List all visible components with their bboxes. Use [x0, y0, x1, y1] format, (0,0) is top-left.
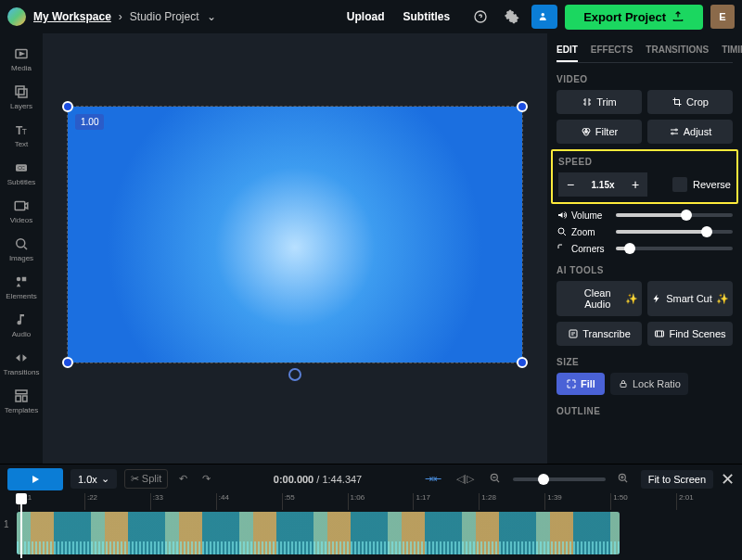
sidebar-item-text[interactable]: TTText — [0, 117, 43, 153]
subtitles-link[interactable]: Subtitles — [403, 10, 450, 23]
help-icon[interactable] — [468, 5, 493, 29]
header-bar: My Workspace › Studio Project ⌄ Upload S… — [0, 0, 742, 33]
svg-rect-15 — [23, 396, 28, 401]
svg-rect-24 — [620, 384, 626, 388]
svg-point-19 — [675, 129, 677, 131]
svg-rect-12 — [22, 277, 27, 282]
sidebar-item-subtitles[interactable]: CCSubtitles — [0, 155, 43, 191]
user-avatar[interactable]: E — [710, 5, 735, 29]
svg-point-11 — [17, 277, 21, 282]
panel-tabs: EDIT EFFECTS TRANSITIONS TIMING — [556, 41, 733, 63]
resize-handle-bl[interactable] — [62, 357, 73, 368]
speed-increase-button[interactable]: + — [623, 172, 647, 197]
filter-button[interactable]: Filter — [556, 120, 642, 144]
volume-label: Volume — [556, 210, 608, 221]
svg-rect-4 — [19, 89, 27, 97]
tab-edit[interactable]: EDIT — [556, 45, 578, 62]
speed-decrease-button[interactable]: − — [558, 172, 582, 197]
undo-button[interactable]: ↶ — [175, 471, 191, 487]
size-section-label: SIZE — [556, 357, 733, 367]
reverse-label: Reverse — [693, 179, 731, 190]
playback-rate[interactable]: 1.0x ⌄ — [70, 469, 117, 489]
timeline-ruler[interactable]: :11:22:33:44:551:061:171:281:391:502:01 — [0, 493, 742, 510]
edit-panel: EDIT EFFECTS TRANSITIONS TIMING VIDEO Tr… — [547, 33, 742, 464]
invite-button[interactable] — [531, 5, 557, 29]
video-clip[interactable] — [17, 512, 620, 554]
resize-handle-tr[interactable] — [517, 101, 528, 112]
tab-effects[interactable]: EFFECTS — [591, 45, 633, 55]
speed-section-label: SPEED — [558, 157, 731, 167]
svg-point-1 — [542, 13, 545, 16]
sidebar-item-videos[interactable]: Videos — [0, 193, 43, 229]
track-number: 1 — [4, 519, 9, 529]
video-frame[interactable]: 1.00 — [68, 107, 522, 363]
tab-timing[interactable]: TIMING — [722, 45, 742, 55]
fit-to-screen-button[interactable]: Fit to Screen — [641, 470, 713, 489]
zoom-in-icon[interactable] — [613, 470, 633, 489]
speed-value[interactable]: 1.15x — [582, 172, 623, 197]
outline-section-label: OUTLINE — [556, 406, 733, 416]
aitools-section-label: AI TOOLS — [556, 265, 733, 275]
upload-link[interactable]: Upload — [347, 10, 385, 23]
svg-rect-14 — [16, 396, 20, 401]
volume-slider[interactable] — [616, 213, 733, 217]
speed-highlight: SPEED − 1.15x + Reverse — [551, 149, 738, 204]
canvas-area[interactable]: 1.00 — [43, 33, 547, 464]
playhead[interactable] — [20, 493, 22, 558]
playback-controls: 1.0x ⌄ ✂ Split ↶ ↷ 0:00.000 / 1:44.347 ⇥… — [0, 464, 742, 493]
svg-point-10 — [17, 239, 25, 248]
reverse-checkbox[interactable] — [672, 177, 687, 192]
corners-slider[interactable] — [616, 247, 733, 250]
sidebar-item-transitions[interactable]: Transitions — [0, 345, 43, 381]
project-name[interactable]: Studio Project — [130, 10, 199, 23]
settings-icon[interactable] — [500, 5, 524, 29]
svg-rect-23 — [656, 331, 664, 337]
sidebar-item-layers[interactable]: Layers — [0, 79, 43, 115]
breadcrumb-sep: › — [119, 10, 122, 23]
sidebar-item-templates[interactable]: Templates — [0, 383, 43, 419]
sidebar-item-audio[interactable]: Audio — [0, 307, 43, 343]
smart-cut-button[interactable]: Smart Cut✨ — [647, 281, 733, 316]
fill-button[interactable]: Fill — [556, 373, 605, 395]
divider-icon[interactable]: ◁|▷ — [453, 471, 478, 487]
export-button[interactable]: Export Project — [565, 5, 703, 30]
zoom-label: Zoom — [556, 226, 608, 237]
svg-rect-9 — [15, 202, 25, 210]
clean-audio-button[interactable]: Clean Audio✨ — [556, 281, 642, 316]
trim-button[interactable]: Trim — [556, 90, 642, 114]
app-logo[interactable] — [7, 7, 26, 26]
timeline[interactable]: :11:22:33:44:551:061:171:281:391:502:01 … — [0, 493, 742, 560]
resize-handle-br[interactable] — [517, 357, 528, 368]
timeline-zoom-slider[interactable] — [513, 477, 606, 481]
sidebar: Media Layers TTText CCSubtitles Videos I… — [0, 33, 43, 464]
sidebar-item-elements[interactable]: Elements — [0, 269, 43, 305]
split-button[interactable]: ✂ Split — [124, 469, 168, 489]
svg-text:T: T — [22, 128, 27, 136]
sidebar-item-images[interactable]: Images — [0, 231, 43, 267]
zoom-slider[interactable] — [616, 230, 733, 234]
zoom-out-icon[interactable] — [485, 470, 505, 489]
lock-ratio-button[interactable]: Lock Ratio — [610, 373, 688, 395]
rotate-handle[interactable] — [288, 368, 301, 381]
transcribe-button[interactable]: Transcribe — [556, 322, 642, 346]
sidebar-item-media[interactable]: Media — [0, 41, 43, 77]
timecode: 0:00.000 / 1:44.347 — [274, 474, 362, 485]
project-dropdown-icon[interactable]: ⌄ — [207, 10, 216, 23]
crop-button[interactable]: Crop — [647, 90, 733, 114]
resize-handle-tl[interactable] — [62, 101, 73, 112]
svg-text:CC: CC — [18, 165, 25, 171]
svg-rect-22 — [569, 330, 577, 337]
video-section-label: VIDEO — [556, 74, 733, 84]
svg-rect-3 — [16, 86, 24, 95]
workspace-link[interactable]: My Workspace — [33, 10, 111, 23]
play-button[interactable] — [7, 468, 63, 490]
adjust-button[interactable]: Adjust — [647, 120, 733, 144]
close-icon[interactable]: ✕ — [721, 469, 735, 490]
redo-button[interactable]: ↷ — [198, 471, 214, 487]
find-scenes-button[interactable]: Find Scenes — [647, 322, 733, 346]
svg-point-20 — [672, 133, 673, 134]
snap-icon[interactable]: ⇥⇤ — [421, 471, 445, 487]
tab-transitions[interactable]: TRANSITIONS — [646, 45, 709, 55]
svg-rect-13 — [16, 390, 27, 394]
scale-badge: 1.00 — [75, 114, 104, 130]
